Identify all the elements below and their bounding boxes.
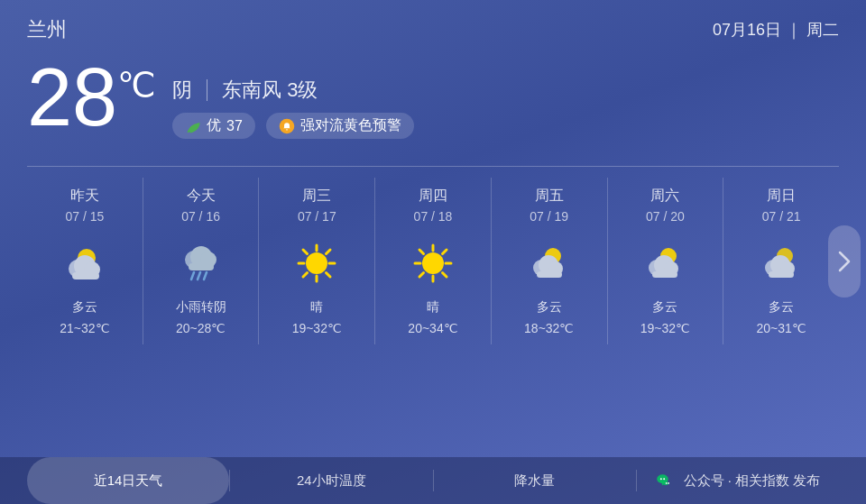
day-weather-5: 多云 xyxy=(652,299,677,316)
day-weather-3: 晴 xyxy=(427,299,439,316)
weather-icon-3 xyxy=(406,236,460,290)
nav-wechat[interactable]: 公众号 · 相关指数 发布 xyxy=(637,457,839,504)
forecast-day-0: 昨天 07 / 15 多云 21~32℃ xyxy=(27,178,143,344)
vertical-divider xyxy=(207,79,207,101)
forecast-day-1: 今天 07 / 16 小雨转阴 20~28℃ xyxy=(143,178,260,344)
temp-unit: ℃ xyxy=(117,66,156,105)
svg-point-50 xyxy=(668,482,669,484)
weather-icon-5 xyxy=(638,236,692,290)
wind-info: 东南风 3级 xyxy=(222,77,318,104)
day-weather-6: 多云 xyxy=(769,299,794,316)
day-label-0: 昨天 xyxy=(70,187,99,206)
rain-icon xyxy=(178,240,225,287)
svg-rect-35 xyxy=(537,271,562,278)
day-label-5: 周六 xyxy=(650,187,679,206)
bottom-nav: 近14日天气 24小时温度 降水量 公众号 · 相关指数 发布 xyxy=(0,457,866,504)
day-date-1: 07 / 16 xyxy=(181,209,220,224)
svg-point-13 xyxy=(306,252,327,274)
warning-badge[interactable]: 强对流黄色预警 xyxy=(266,113,414,139)
day-label-2: 周三 xyxy=(302,187,331,206)
next-arrow-button[interactable] xyxy=(828,225,861,298)
day-temp-6: 20~31℃ xyxy=(757,321,806,335)
main-temp-area: 28 ℃ 阴 东南风 3级 优 37 xyxy=(0,52,866,155)
condition: 阴 xyxy=(172,77,192,104)
svg-line-18 xyxy=(303,250,308,254)
svg-rect-40 xyxy=(652,271,677,278)
day-weather-0: 多云 xyxy=(72,299,97,316)
nav-rain-label: 降水量 xyxy=(514,472,555,490)
svg-rect-9 xyxy=(189,263,214,270)
svg-rect-45 xyxy=(769,271,794,278)
day-label-4: 周五 xyxy=(535,187,564,206)
nav-rain[interactable]: 降水量 xyxy=(434,457,636,504)
forecast-row: 昨天 07 / 15 多云 21~32℃ 今天 07 / 16 xyxy=(27,178,839,344)
sun-icon-3 xyxy=(410,240,456,287)
weather-icon-1 xyxy=(174,236,228,290)
day-date-6: 07 / 21 xyxy=(762,209,801,224)
day-date-2: 07 / 17 xyxy=(298,209,336,224)
aqi-badge[interactable]: 优 37 xyxy=(172,113,255,139)
day-label-6: 周日 xyxy=(767,187,796,206)
svg-line-11 xyxy=(198,272,200,279)
svg-line-10 xyxy=(191,272,194,279)
nav-14day[interactable]: 近14日天气 xyxy=(27,457,229,504)
day-temp-2: 19~32℃ xyxy=(292,321,342,335)
badges-row: 优 37 强对流黄色预警 xyxy=(172,113,414,139)
day-temp-0: 21~32℃ xyxy=(60,321,109,335)
cloud-sun-icon-6 xyxy=(758,240,805,287)
warning-text: 强对流黄色预警 xyxy=(300,116,401,135)
svg-line-20 xyxy=(327,250,331,254)
day-label-3: 周四 xyxy=(419,187,447,206)
cloud-sun-icon xyxy=(61,240,108,287)
aqi-label: 优 xyxy=(207,116,221,135)
bell-icon xyxy=(279,118,295,134)
sun-icon-2 xyxy=(293,240,340,287)
chevron-right-icon xyxy=(838,251,851,272)
nav-wechat-label: 公众号 · 相关指数 发布 xyxy=(684,472,821,490)
svg-point-49 xyxy=(665,482,667,484)
svg-line-29 xyxy=(443,250,447,254)
leaf-icon xyxy=(185,118,201,134)
svg-point-47 xyxy=(659,478,661,480)
day-weather-1: 小雨转阴 xyxy=(176,299,226,316)
day-date-5: 07 / 20 xyxy=(646,209,685,224)
nav-24h[interactable]: 24小时温度 xyxy=(230,457,432,504)
wechat-icon xyxy=(656,472,674,490)
forecast-day-4: 周五 07 / 19 多云 18~32℃ xyxy=(492,178,608,344)
day-weather-2: 晴 xyxy=(310,299,323,316)
weather-desc: 阴 东南风 3级 xyxy=(172,77,414,104)
svg-line-12 xyxy=(204,272,207,279)
weather-icon-0 xyxy=(58,236,112,290)
svg-rect-5 xyxy=(72,272,99,279)
nav-24h-label: 24小时温度 xyxy=(297,472,366,490)
weather-icon-2 xyxy=(290,236,344,290)
header: 兰州 07月16日 ｜ 周二 xyxy=(0,0,866,52)
section-divider xyxy=(27,166,839,167)
day-date-0: 07 / 15 xyxy=(65,209,104,224)
day-weather-4: 多云 xyxy=(537,299,562,316)
svg-line-30 xyxy=(419,273,424,278)
weather-icon-6 xyxy=(754,236,808,290)
day-temp-3: 20~34℃ xyxy=(408,321,457,335)
svg-line-27 xyxy=(419,250,424,254)
cloud-sun-icon-5 xyxy=(641,240,688,287)
nav-14day-label: 近14日天气 xyxy=(94,472,163,490)
day-date-3: 07 / 18 xyxy=(414,209,453,224)
forecast-day-6: 周日 07 / 21 多云 20~31℃ xyxy=(723,178,839,344)
forecast-day-2: 周三 07 / 17 晴 xyxy=(259,178,375,344)
day-label-1: 今天 xyxy=(187,187,216,206)
forecast-day-3: 周四 07 / 18 晴 xyxy=(375,178,492,344)
day-date-4: 07 / 19 xyxy=(530,209,568,224)
forecast-day-5: 周六 07 / 20 多云 19~32℃ xyxy=(608,178,724,344)
svg-point-22 xyxy=(422,252,444,274)
cloud-sun-icon-4 xyxy=(526,240,573,287)
day-temp-1: 20~28℃ xyxy=(176,321,226,335)
aqi-value: 37 xyxy=(226,118,243,134)
city-name: 兰州 xyxy=(27,16,67,43)
forecast-container: 昨天 07 / 15 多云 21~32℃ 今天 07 / 16 xyxy=(0,178,866,344)
svg-line-19 xyxy=(327,273,331,278)
day-temp-5: 19~32℃ xyxy=(640,321,690,335)
svg-line-28 xyxy=(443,273,447,278)
temperature: 28 xyxy=(27,57,117,138)
date-info: 07月16日 ｜ 周二 xyxy=(713,19,839,41)
